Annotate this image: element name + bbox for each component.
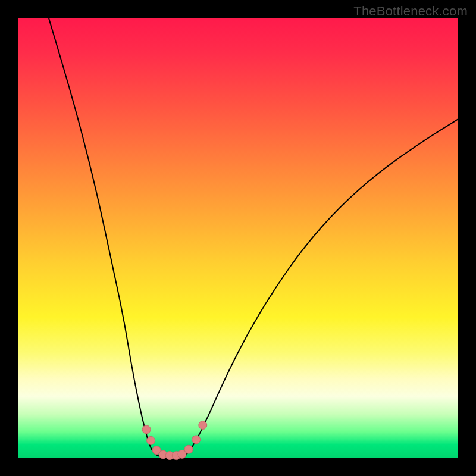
curve-svg xyxy=(18,18,458,458)
marker-dot xyxy=(192,436,201,444)
marker-dots xyxy=(142,421,207,460)
marker-dot xyxy=(199,421,207,430)
watermark-text: TheBottleneck.com xyxy=(353,4,468,19)
bottleneck-curve xyxy=(49,18,458,457)
marker-dot xyxy=(184,445,193,453)
marker-dot xyxy=(147,436,155,444)
plot-area xyxy=(18,18,458,458)
chart-frame: TheBottleneck.com xyxy=(0,0,476,476)
marker-dot xyxy=(142,425,151,434)
